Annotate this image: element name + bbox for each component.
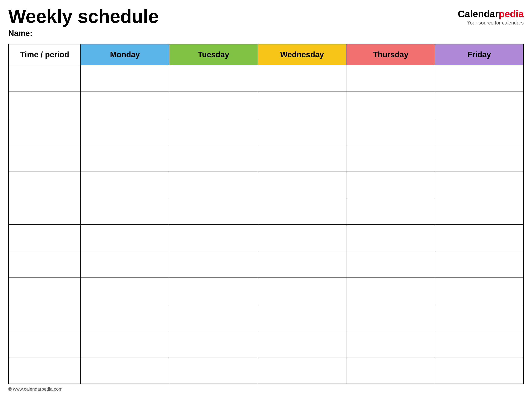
table-cell[interactable] — [169, 118, 258, 145]
table-cell[interactable] — [8, 224, 81, 251]
logo-area: Calendarpedia Your source for calendars — [458, 6, 524, 26]
name-label: Name: — [8, 29, 458, 38]
table-cell[interactable] — [258, 171, 346, 198]
table-cell[interactable] — [258, 145, 346, 171]
table-cell[interactable] — [435, 278, 524, 304]
table-cell[interactable] — [8, 171, 81, 198]
logo-text: Calendarpedia — [458, 8, 524, 19]
table-cell[interactable] — [258, 331, 346, 357]
table-cell[interactable] — [8, 198, 81, 224]
table-cell[interactable] — [346, 145, 435, 171]
table-cell[interactable] — [8, 251, 81, 278]
table-row — [8, 118, 524, 145]
table-row — [8, 304, 524, 331]
table-cell[interactable] — [346, 118, 435, 145]
table-cell[interactable] — [435, 251, 524, 278]
col-header-friday: Friday — [435, 44, 524, 65]
table-row — [8, 171, 524, 198]
table-cell[interactable] — [8, 278, 81, 304]
title-area: Weekly schedule Name: — [8, 6, 458, 42]
col-header-thursday: Thursday — [346, 44, 435, 65]
table-cell[interactable] — [8, 304, 81, 331]
table-row — [8, 331, 524, 357]
table-cell[interactable] — [169, 278, 258, 304]
logo-calendar: Calendar — [458, 8, 499, 19]
table-cell[interactable] — [258, 92, 346, 118]
table-row — [8, 278, 524, 304]
table-cell[interactable] — [346, 304, 435, 331]
table-cell[interactable] — [169, 65, 258, 92]
col-header-time: Time / period — [8, 44, 81, 65]
schedule-table: Time / period Monday Tuesday Wednesday T… — [8, 44, 524, 384]
page-wrapper: Weekly schedule Name: Calendarpedia Your… — [8, 6, 524, 392]
table-cell[interactable] — [8, 357, 81, 384]
table-cell[interactable] — [8, 331, 81, 357]
logo-pedia: pedia — [499, 8, 524, 19]
table-cell[interactable] — [8, 118, 81, 145]
table-cell[interactable] — [258, 251, 346, 278]
table-cell[interactable] — [169, 224, 258, 251]
table-cell[interactable] — [169, 198, 258, 224]
table-cell[interactable] — [435, 357, 524, 384]
table-cell[interactable] — [81, 278, 169, 304]
table-cell[interactable] — [169, 171, 258, 198]
col-header-monday: Monday — [81, 44, 169, 65]
table-cell[interactable] — [346, 251, 435, 278]
table-cell[interactable] — [346, 65, 435, 92]
table-cell[interactable] — [81, 331, 169, 357]
table-cell[interactable] — [435, 198, 524, 224]
table-cell[interactable] — [346, 357, 435, 384]
table-cell[interactable] — [435, 304, 524, 331]
table-cell[interactable] — [81, 224, 169, 251]
table-cell[interactable] — [8, 145, 81, 171]
col-header-wednesday: Wednesday — [258, 44, 346, 65]
table-cell[interactable] — [435, 331, 524, 357]
table-cell[interactable] — [81, 92, 169, 118]
col-header-tuesday: Tuesday — [169, 44, 258, 65]
table-cell[interactable] — [346, 171, 435, 198]
table-cell[interactable] — [81, 118, 169, 145]
table-cell[interactable] — [81, 251, 169, 278]
table-cell[interactable] — [8, 65, 81, 92]
table-cell[interactable] — [81, 65, 169, 92]
table-cell[interactable] — [258, 304, 346, 331]
table-cell[interactable] — [8, 92, 81, 118]
table-cell[interactable] — [169, 357, 258, 384]
table-cell[interactable] — [435, 145, 524, 171]
table-row — [8, 145, 524, 171]
table-cell[interactable] — [346, 92, 435, 118]
table-cell[interactable] — [169, 145, 258, 171]
footer: © www.calendarpedia.com — [8, 387, 524, 392]
table-cell[interactable] — [169, 331, 258, 357]
table-cell[interactable] — [346, 198, 435, 224]
table-row — [8, 92, 524, 118]
table-cell[interactable] — [258, 65, 346, 92]
table-cell[interactable] — [81, 304, 169, 331]
table-cell[interactable] — [258, 224, 346, 251]
schedule-body — [8, 65, 524, 384]
table-cell[interactable] — [169, 251, 258, 278]
table-cell[interactable] — [169, 304, 258, 331]
table-cell[interactable] — [346, 224, 435, 251]
table-cell[interactable] — [435, 118, 524, 145]
table-cell[interactable] — [346, 331, 435, 357]
logo-tagline: Your source for calendars — [467, 20, 524, 26]
table-cell[interactable] — [258, 198, 346, 224]
table-row — [8, 224, 524, 251]
table-cell[interactable] — [81, 171, 169, 198]
table-cell[interactable] — [258, 357, 346, 384]
table-cell[interactable] — [81, 198, 169, 224]
table-cell[interactable] — [258, 278, 346, 304]
table-cell[interactable] — [81, 357, 169, 384]
table-cell[interactable] — [81, 145, 169, 171]
table-header-row: Time / period Monday Tuesday Wednesday T… — [8, 44, 524, 65]
table-row — [8, 357, 524, 384]
table-cell[interactable] — [346, 278, 435, 304]
table-cell[interactable] — [169, 92, 258, 118]
table-cell[interactable] — [435, 65, 524, 92]
table-cell[interactable] — [435, 224, 524, 251]
table-cell[interactable] — [258, 118, 346, 145]
table-cell[interactable] — [435, 92, 524, 118]
table-row — [8, 65, 524, 92]
table-cell[interactable] — [435, 171, 524, 198]
